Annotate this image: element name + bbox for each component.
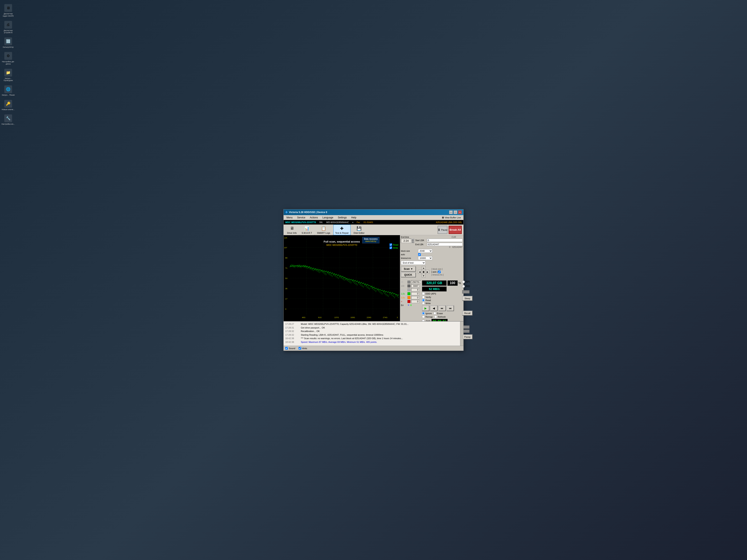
- time-up-button[interactable]: ▲: [412, 239, 414, 241]
- api-radio[interactable]: [462, 281, 465, 283]
- sleep-button[interactable]: Sleep: [462, 296, 472, 301]
- sidebar-item-0[interactable]: 🖥 Диспетчер задач WinPE: [1, 4, 15, 17]
- direction-up-button[interactable]: ▲: [422, 266, 426, 270]
- sidebar-item-6[interactable]: 🔑 Новые ключи...: [1, 100, 15, 111]
- drive-info-button[interactable]: 🖥 Drive Info: [285, 224, 299, 235]
- sidebar-label-5: Загруз... Языки: [2, 94, 15, 96]
- sidebar-label-4: Загруз... Проводник: [1, 77, 15, 82]
- drive-sn-label: SN:: [319, 221, 323, 223]
- scan-button[interactable]: Scan ▼: [401, 266, 416, 272]
- log-line-4: 18:42:38 *** Scan results: no warnings, …: [285, 337, 462, 340]
- sidebar: 🖥 Диспетчер задач WinPE 🖨 Диспетчер устр…: [0, 0, 17, 560]
- menu-language[interactable]: Language: [320, 216, 335, 219]
- pio-radio[interactable]: [462, 285, 465, 288]
- block-size-select[interactable]: 2048: [418, 249, 433, 253]
- recall-button[interactable]: Recall: [462, 311, 472, 316]
- direction-left-button[interactable]: ◀: [418, 270, 421, 274]
- end-lba-input[interactable]: [427, 243, 463, 246]
- verify-radio[interactable]: [422, 296, 425, 298]
- block-size-label: block size: [401, 250, 417, 252]
- hints-checkbox[interactable]: [299, 347, 301, 350]
- auto-checkbox[interactable]: [418, 253, 421, 256]
- sidebar-item-1[interactable]: 🖨 Диспетчер устройств: [1, 21, 15, 34]
- smart-logs-label: SMART Logs: [317, 232, 330, 234]
- sound-checkbox[interactable]: [285, 347, 288, 350]
- hints-check-item: Hints: [299, 347, 307, 350]
- stat-250-count: 9: [411, 288, 419, 291]
- drive-name: WDC WD3200LPVX-22V0TT0: [285, 221, 316, 223]
- verify-label: Verify: [426, 296, 431, 298]
- smart-logs-button[interactable]: 📋 SMART Logs: [315, 224, 332, 235]
- remap-radio[interactable]: [422, 315, 425, 318]
- drive-x-button[interactable]: x: [352, 221, 354, 223]
- read-checkbox[interactable]: [389, 243, 392, 246]
- sidebar-item-2[interactable]: 🔢 Калькулятор: [1, 37, 15, 48]
- smart-button[interactable]: 📊 S.M.A.R.T: [300, 224, 314, 235]
- erase-radio[interactable]: [434, 312, 436, 315]
- err-row: Err ✕ 0: [401, 304, 421, 306]
- time-down-button[interactable]: ▼: [412, 241, 414, 243]
- wrench-icon: 🔧: [4, 114, 12, 122]
- auto-check-2[interactable]: [438, 271, 441, 273]
- svg-text:183G: 183G: [351, 316, 355, 318]
- pause-button[interactable]: ⏸ Pause: [438, 226, 447, 234]
- bottom-bar: Sound Hints: [284, 346, 463, 351]
- skip-end-button[interactable]: ⏮: [446, 305, 454, 311]
- svg-text:89: 89: [285, 257, 287, 259]
- passp-button[interactable]: Passp: [462, 335, 472, 339]
- test-repair-label: Test & Repair: [335, 232, 349, 234]
- close-button[interactable]: ✕: [458, 210, 462, 214]
- write-checkbox[interactable]: [389, 246, 392, 249]
- scan-arrow: ▼: [411, 268, 413, 270]
- log-time-2: 17:28:32: [285, 329, 298, 333]
- log-scrollbar[interactable]: [460, 322, 463, 346]
- direction-down-button[interactable]: ▼: [422, 274, 426, 277]
- menu-settings[interactable]: Settings: [336, 216, 349, 219]
- quick-button[interactable]: QUICK: [401, 272, 416, 277]
- explorer-icon: 📁: [4, 69, 12, 77]
- stat-bar-250: [408, 288, 410, 291]
- svg-text:229G: 229G: [367, 316, 371, 318]
- menu-help[interactable]: Help: [349, 216, 358, 219]
- read-mode-label: Read: [426, 299, 431, 301]
- play-button[interactable]: ▶: [422, 305, 430, 311]
- refresh-radio[interactable]: [434, 315, 437, 318]
- repair-row-2: Remap Refresh: [422, 315, 461, 318]
- sidebar-label-7: Настройка ws...: [1, 123, 15, 125]
- ignore-radio[interactable]: [422, 312, 425, 315]
- test-repair-button[interactable]: ✚ Test & Repair: [333, 224, 351, 235]
- menu-actions[interactable]: Actions: [308, 216, 320, 219]
- cur-header: CUR: [452, 236, 456, 238]
- chart-svg: 125 107 89 71 53 35 17 0 46G 91G 137G 18…: [284, 235, 400, 321]
- write-radio[interactable]: [422, 302, 425, 304]
- view-buffer-live[interactable]: ▦ View Buffer Live: [442, 216, 461, 219]
- menu-menu[interactable]: Menu: [284, 216, 295, 219]
- timeout-select[interactable]: 10000: [418, 256, 433, 260]
- break-all-button[interactable]: Break All: [449, 226, 462, 234]
- menu-service[interactable]: Service: [295, 216, 307, 219]
- skip-forward-button[interactable]: ⏭: [438, 305, 446, 311]
- end-of-test-select[interactable]: End of test: [401, 261, 426, 265]
- read-radio[interactable]: [422, 299, 425, 301]
- minimize-button[interactable]: —: [449, 210, 453, 214]
- disk-editor-button[interactable]: 💾 Disk Editor: [352, 224, 366, 235]
- drive-sn: WD-WXH1E856NHHC: [326, 221, 349, 223]
- sidebar-item-5[interactable]: 🌐 Загруз... Языки: [1, 85, 15, 96]
- desktop: 🖥 Диспетчер задач WinPE 🖨 Диспетчер устр…: [0, 0, 747, 560]
- maximize-button[interactable]: □: [454, 210, 457, 214]
- log-time-0: 17:28:27: [285, 322, 298, 326]
- ddd-checkbox[interactable]: [422, 292, 425, 295]
- sidebar-item-4[interactable]: 📁 Загруз... Проводник: [1, 69, 15, 82]
- auto-row: [ auto ]: [432, 271, 444, 273]
- direction-right-button[interactable]: ▶: [426, 270, 430, 274]
- stop-button[interactable]: ◀: [430, 305, 438, 311]
- svg-text:137G: 137G: [334, 316, 339, 318]
- erase-radio-item: Erase: [434, 312, 443, 315]
- sidebar-item-3[interactable]: ⚙ Настройка дм-диска: [1, 52, 15, 65]
- sidebar-item-7[interactable]: 🔧 Настройка ws...: [1, 114, 15, 125]
- scan-area: Scan ▼ QUICK ▲ ▼ ◀ ▶ ◆: [401, 266, 463, 278]
- spacer2: [462, 316, 472, 325]
- start-lba-input[interactable]: [427, 239, 463, 242]
- start-lba-label: Start LBA: [415, 239, 427, 242]
- log-msg-0: Model: WDC WD3200LPVX-22V0TT0; Capacity …: [301, 322, 409, 326]
